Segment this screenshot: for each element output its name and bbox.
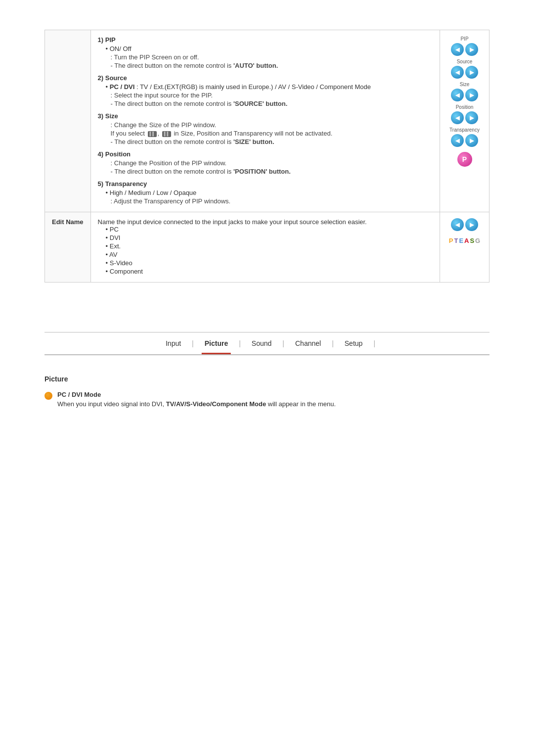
picture-section: Picture PC / DVI Mode When you input vid… bbox=[0, 355, 534, 427]
pc-dvi-mode-title: PC / DVI Mode bbox=[57, 391, 336, 398]
transparency-desc: : Adjust the Transparency of PIP windows… bbox=[111, 197, 433, 205]
edit-dvi: • DVI bbox=[106, 234, 433, 241]
nav-bar-container: Input | Picture | Sound | Channel | Setu… bbox=[0, 332, 534, 355]
size-desc2: If you select , in Size, Position and Tr… bbox=[111, 130, 433, 137]
pip-icons-cell: PIP ◀ ▶ Source ◀ ▶ Size ◀ ▶ P bbox=[440, 30, 490, 212]
size-icon-row: ◀ ▶ bbox=[447, 89, 482, 101]
nav-setup-label: Setup bbox=[345, 339, 363, 347]
pteasg-letters: P T E A S G bbox=[449, 237, 480, 244]
pc-dvi-content: PC / DVI Mode When you input video signa… bbox=[57, 391, 336, 408]
pip-right-btn[interactable]: ▶ bbox=[465, 43, 478, 56]
nav-picture-label: Picture bbox=[205, 339, 228, 347]
pc-dvi-mode-desc: When you input video signal into DVI, TV… bbox=[57, 400, 336, 408]
edit-ext: • Ext. bbox=[106, 242, 433, 250]
edit-name-icon-row: ◀ ▶ bbox=[451, 218, 478, 231]
letter-t: T bbox=[454, 237, 458, 244]
nav-sep-2: | bbox=[237, 339, 243, 347]
pip-on-off: • ON/ Off bbox=[106, 45, 433, 52]
edit-pc: • PC bbox=[106, 226, 433, 233]
desc-bold: TV/AV/S-Video/Component Mode bbox=[166, 400, 266, 408]
nav-sep-3: | bbox=[280, 339, 286, 347]
size-icon-label: Size bbox=[447, 82, 482, 87]
pip-row: 1) PIP • ON/ Off : Turn the PIP Screen o… bbox=[45, 30, 490, 212]
nav-sound-label: Sound bbox=[252, 339, 271, 347]
pip-on-off-desc1: : Turn the PIP Screen on or off. bbox=[111, 53, 433, 61]
source-icon-label: Source bbox=[447, 59, 482, 64]
main-content-table: 1) PIP • ON/ Off : Turn the PIP Screen o… bbox=[44, 30, 490, 283]
pip-on-off-direct: - The direct button on the remote contro… bbox=[111, 62, 433, 69]
nav-input-label: Input bbox=[166, 339, 181, 347]
nav-channel[interactable]: Channel bbox=[286, 337, 330, 349]
transparency-left-btn[interactable]: ◀ bbox=[451, 134, 464, 147]
position-right-btn[interactable]: ▶ bbox=[465, 111, 478, 124]
edit-name-content-cell: Name the input device connected to the i… bbox=[90, 212, 440, 283]
edit-name-label-cell: Edit Name bbox=[45, 212, 91, 283]
edit-av: • AV bbox=[106, 251, 433, 258]
pip-left-btn[interactable]: ◀ bbox=[451, 43, 464, 56]
nav-sep-4: | bbox=[330, 339, 336, 347]
source-direct: - The direct button on the remote contro… bbox=[111, 100, 433, 107]
transparency-section-title: 5) Transparency bbox=[98, 180, 433, 188]
pip-section-title: 1) PIP bbox=[98, 36, 433, 44]
transparency-icon-row: ◀ ▶ bbox=[447, 134, 482, 147]
letter-s: S bbox=[470, 237, 474, 244]
desc-post: will appear in the menu. bbox=[266, 400, 336, 408]
transparency-item: • High / Medium / Low / Opaque bbox=[106, 189, 433, 196]
source-right-btn[interactable]: ▶ bbox=[465, 66, 478, 79]
edit-component: • Component bbox=[106, 268, 433, 275]
edit-svideo: • S-Video bbox=[106, 259, 433, 267]
position-section-title: 4) Position bbox=[98, 150, 433, 158]
source-item: • PC / DVI : TV / Ext.(EXT(RGB) is mainl… bbox=[106, 83, 433, 91]
edit-right-btn[interactable]: ▶ bbox=[465, 218, 478, 231]
position-icon-row: ◀ ▶ bbox=[447, 111, 482, 124]
nav-input[interactable]: Input bbox=[157, 337, 190, 349]
position-left-btn[interactable]: ◀ bbox=[451, 111, 464, 124]
transparency-icon-label: Transparency bbox=[447, 127, 482, 133]
size-direct: - The direct button on the remote contro… bbox=[111, 138, 433, 145]
letter-p: P bbox=[449, 237, 453, 244]
nav-bar: Input | Picture | Sound | Channel | Setu… bbox=[44, 332, 490, 355]
source-icon-row: ◀ ▶ bbox=[447, 66, 482, 79]
pip-label-cell bbox=[45, 30, 91, 212]
letter-a: A bbox=[464, 237, 469, 244]
edit-name-row: Edit Name Name the input device connecte… bbox=[45, 212, 490, 283]
size-left-btn[interactable]: ◀ bbox=[451, 89, 464, 101]
size-section-title: 3) Size bbox=[98, 112, 433, 120]
source-left-btn[interactable]: ◀ bbox=[451, 66, 464, 79]
nav-picture[interactable]: Picture bbox=[196, 337, 237, 349]
letter-e: E bbox=[459, 237, 463, 244]
nav-setup[interactable]: Setup bbox=[336, 337, 372, 349]
position-desc1: : Change the Position of the PIP window. bbox=[111, 159, 433, 167]
nav-sound[interactable]: Sound bbox=[243, 337, 280, 349]
edit-icon-area: ◀ ▶ P T E A S G bbox=[447, 218, 482, 244]
position-direct: - The direct button on the remote contro… bbox=[111, 168, 433, 175]
size-desc1: : Change the Size of the PIP window. bbox=[111, 121, 433, 129]
letter-g: G bbox=[475, 237, 480, 244]
size-right-btn[interactable]: ▶ bbox=[465, 89, 478, 101]
pip-icon-row: ◀ ▶ bbox=[447, 43, 482, 56]
source-desc1: : Select the input source for the PIP. bbox=[111, 92, 433, 99]
desc-pre: When you input video signal into DVI, bbox=[57, 400, 166, 408]
nav-sep-1: | bbox=[190, 339, 196, 347]
pip-content-cell: 1) PIP • ON/ Off : Turn the PIP Screen o… bbox=[90, 30, 440, 212]
orange-circle-icon bbox=[44, 392, 52, 400]
nav-sep-5: | bbox=[371, 339, 377, 347]
source-section-title: 2) Source bbox=[98, 74, 433, 82]
edit-left-btn[interactable]: ◀ bbox=[451, 218, 464, 231]
page-wrapper: 1) PIP • ON/ Off : Turn the PIP Screen o… bbox=[0, 0, 534, 332]
edit-name-desc: Name the input device connected to the i… bbox=[98, 218, 433, 226]
transparency-right-btn[interactable]: ▶ bbox=[465, 134, 478, 147]
pc-dvi-subsection: PC / DVI Mode When you input video signa… bbox=[44, 391, 490, 408]
p-button[interactable]: P bbox=[457, 152, 472, 167]
position-icon-label: Position bbox=[447, 104, 482, 110]
edit-name-icon-cell: ◀ ▶ P T E A S G bbox=[440, 212, 490, 283]
nav-channel-label: Channel bbox=[295, 339, 321, 347]
picture-section-title: Picture bbox=[44, 375, 490, 383]
pip-icon-label: PIP bbox=[447, 36, 482, 42]
